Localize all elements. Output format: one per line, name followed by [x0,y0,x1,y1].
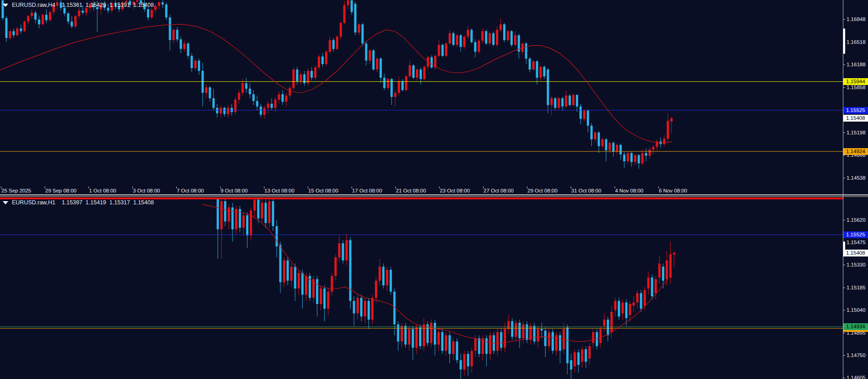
candle-body [357,298,359,313]
candle-body [634,155,637,162]
candle-body [238,93,240,100]
candle-body [496,30,498,45]
date-label: 27 Oct 08:00 [484,188,514,193]
candle-body [387,79,389,88]
candle-body [340,23,342,37]
candle-body [331,276,333,292]
date-label: 29 Sep 08:00 [45,188,76,193]
candle-body [416,69,418,78]
candle-body [607,320,609,335]
candle-body [379,267,381,281]
candle-body [261,203,263,219]
candle-body [532,61,535,69]
ohlc-open: 1.15397 [62,199,82,206]
candle-body [242,215,245,228]
candle-body [382,267,384,285]
candle-body [249,89,251,94]
candle-body [573,352,576,367]
candle-body [42,15,44,24]
candle-body [278,94,280,100]
candle-body [9,31,11,38]
candle-body [194,61,196,69]
collapse-arrow-icon[interactable] [3,201,8,204]
blue-level-label: 1.15525 [843,107,868,114]
candle-body [180,39,182,49]
date-label: 23 Oct 08:00 [440,188,470,193]
candle-body [300,75,302,81]
candle-body [190,56,193,68]
candle-body [169,17,171,40]
ohlc-low: 1.15317 [110,199,130,206]
candle-body [389,270,392,292]
candle-body [227,108,229,114]
candle-body [558,98,560,108]
h4-chart-panel[interactable]: EURUSD.raw,H4 1.15361 1.15429 1.15191 1.… [0,0,843,187]
candle-body [648,149,651,156]
candle-body [78,11,80,16]
ohlc-high: 1.15429 [85,2,106,8]
h1-price-scale[interactable]: 1.156201.154751.153301.151851.150401.148… [843,198,868,379]
candle-body [616,145,618,152]
candle-body [216,108,218,113]
candle-body [485,338,488,354]
candle-body [401,81,404,91]
h4-price-scale[interactable]: 1.168481.165181.161881.158581.155281.151… [843,0,868,187]
candle-body [369,50,371,61]
candle-body [552,332,554,351]
candle-body [547,69,549,105]
candle-body [405,76,407,90]
candle-body [594,133,596,139]
candle-body [511,321,513,337]
candle-body [544,331,547,346]
candle-body [655,279,657,294]
candle-body [45,15,47,20]
price-tick [843,220,845,220]
candle-body [49,12,51,20]
candle-body [579,107,582,119]
candle-body [329,40,331,52]
candle-body [67,13,69,21]
collapse-arrow-icon[interactable] [3,4,8,7]
candle-body [325,52,327,64]
candle-body [474,42,476,52]
candle-body [568,96,571,105]
date-label: 17 Oct 08:00 [352,188,382,193]
candle-body [408,329,410,345]
candle-body [298,273,300,288]
candle-body [147,9,149,17]
candle-body [285,96,287,102]
candle-body [663,139,665,144]
candle-body [287,261,289,281]
candle-body [323,288,326,309]
candle-body [605,139,607,150]
candle-body [336,37,338,49]
date-label: 13 Oct 08:00 [264,188,295,193]
candle-body [375,281,377,298]
candle-body [365,43,368,60]
candle-body [176,30,179,39]
time-axis[interactable]: 25 Sep 202529 Sep 08:001 Oct 08:003 Oct … [0,187,843,194]
candle-body [587,111,589,126]
candle-body [507,31,509,40]
candle-body [507,321,510,329]
candle-body [71,21,73,27]
candle-body [351,0,353,12]
candle-body [338,243,341,257]
h1-chart-panel[interactable]: EURUSD.raw,H1 1.15397 1.15419 1.15317 1.… [0,198,843,379]
candle-body [500,332,502,347]
candle-body [362,24,364,43]
candle-body [601,139,604,146]
candle-body [438,45,440,56]
candle-body [431,57,433,68]
candle-body [640,293,642,309]
candle-body [559,335,561,351]
candle-body [260,107,262,115]
candle-body [318,57,320,68]
candle-body [460,35,462,47]
price-tick [843,133,845,133]
candle-body [467,354,469,366]
candle-body [187,43,189,56]
panel-splitter[interactable] [0,194,868,198]
candle-body [82,11,84,13]
candle-body [354,4,357,32]
